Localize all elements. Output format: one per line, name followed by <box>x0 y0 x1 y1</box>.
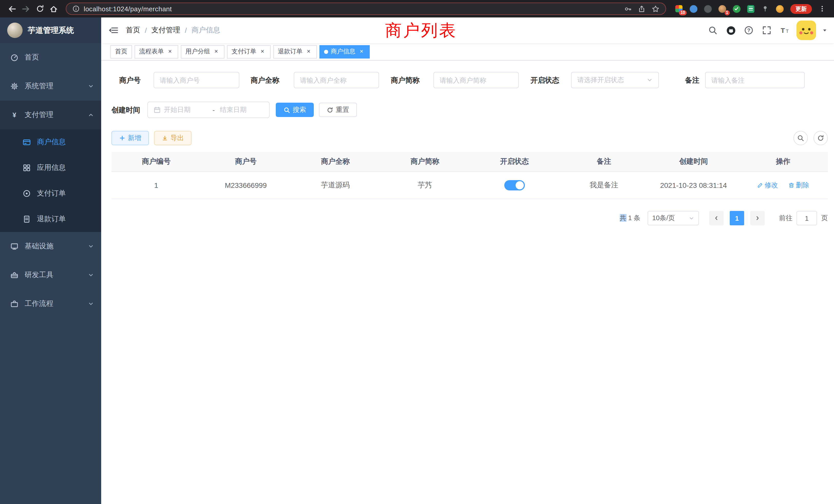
profile-avatar-icon[interactable] <box>775 4 784 13</box>
delete-link[interactable]: 删除 <box>788 181 809 190</box>
tab-close-icon[interactable]: × <box>259 48 266 55</box>
monitor-icon <box>10 242 19 250</box>
tab-process-form[interactable]: 流程表单 × <box>135 45 178 58</box>
chevron-down-icon <box>689 215 694 221</box>
table-header: 商户号 <box>201 157 291 166</box>
cell-create-time: 2021-10-23 08:31:14 <box>649 181 739 189</box>
refresh-table-button[interactable] <box>813 131 828 145</box>
short-name-input[interactable] <box>434 72 519 88</box>
tab-user-group[interactable]: 用户分组 × <box>181 45 224 58</box>
tab-label: 首页 <box>115 47 127 56</box>
sidebar-item-dev-tools[interactable]: 研发工具 <box>0 261 101 290</box>
password-key-icon[interactable] <box>624 5 632 13</box>
export-button[interactable]: 导出 <box>154 131 192 145</box>
table-header-row: 商户编号 商户号 商户全称 商户简称 开启状态 备注 创建时间 操作 <box>111 152 828 172</box>
extension-pin-icon[interactable] <box>761 4 770 13</box>
tab-home[interactable]: 首页 <box>110 45 132 58</box>
help-icon[interactable]: ? <box>743 24 755 37</box>
extension-notes-icon[interactable] <box>746 4 755 13</box>
browser-reload-icon[interactable] <box>33 2 47 16</box>
remark-input[interactable] <box>705 72 805 88</box>
extension-drop-icon[interactable] <box>689 4 698 13</box>
tab-close-icon[interactable]: × <box>167 48 174 55</box>
current-page-button[interactable]: 1 <box>730 211 744 225</box>
add-button[interactable]: 新增 <box>111 131 149 145</box>
extension-dark-icon[interactable] <box>703 4 712 13</box>
search-icon[interactable] <box>707 24 719 37</box>
avatar-caret-down-icon[interactable] <box>822 27 828 33</box>
prev-page-button[interactable] <box>709 211 724 225</box>
sidebar-item-label: 系统管理 <box>25 82 53 91</box>
table-header: 商户全称 <box>291 157 380 166</box>
short-name-input-field[interactable] <box>440 76 512 84</box>
tab-merchant-info[interactable]: 商户信息 × <box>320 45 370 58</box>
sidebar-item-payment-orders[interactable]: 支付订单 <box>0 181 101 206</box>
sidebar-item-app-info[interactable]: 应用信息 <box>0 155 101 181</box>
date-end-placeholder: 结束日期 <box>220 105 263 114</box>
goto-page-input[interactable] <box>796 211 817 225</box>
sidebar-item-system[interactable]: 系统管理 <box>0 72 101 100</box>
hamburger-icon[interactable] <box>101 18 126 43</box>
edit-link-label: 修改 <box>765 181 778 190</box>
extension-colorful-icon[interactable]: 10 <box>674 4 683 13</box>
sidebar-item-merchant-info[interactable]: 商户信息 <box>0 129 101 155</box>
merchant-no-input[interactable] <box>154 72 239 88</box>
address-bar[interactable]: localhost:1024/pay/merchant <box>66 3 666 15</box>
sidebar-item-infrastructure[interactable]: 基础设施 <box>0 232 101 261</box>
payment-submenu: 商户信息 应用信息 支付订单 退款订单 <box>0 129 101 232</box>
breadcrumb-home[interactable]: 首页 <box>126 26 140 35</box>
search-button[interactable]: 搜索 <box>276 102 314 117</box>
github-icon[interactable] <box>725 24 737 37</box>
site-info-icon[interactable] <box>72 5 80 12</box>
tab-close-icon[interactable]: × <box>305 48 312 55</box>
browser-home-icon[interactable] <box>47 2 61 16</box>
browser-menu-kebab-icon[interactable] <box>815 2 829 16</box>
app-logo[interactable]: 芋道管理系统 <box>0 18 101 43</box>
next-page-button[interactable] <box>750 211 765 225</box>
full-name-input[interactable] <box>294 72 379 88</box>
breadcrumb-current: 商户信息 <box>192 26 220 35</box>
svg-text:¥: ¥ <box>13 111 17 119</box>
browser-back-icon[interactable] <box>5 2 19 16</box>
status-select-placeholder: 请选择开启状态 <box>577 75 624 85</box>
chevron-down-icon <box>88 243 94 249</box>
browser-update-button[interactable]: 更新 <box>790 4 812 14</box>
status-select[interactable]: 请选择开启状态 <box>571 72 659 88</box>
share-icon[interactable] <box>638 5 645 13</box>
card-icon <box>23 138 31 146</box>
app-title: 芋道管理系统 <box>28 25 74 35</box>
extension-avatar-icon[interactable]: 1 <box>718 4 727 13</box>
short-name-label: 商户简称 <box>391 72 420 88</box>
cell-merchant-no: M233666999 <box>201 181 291 189</box>
status-toggle[interactable] <box>504 180 525 190</box>
sidebar-item-home[interactable]: 首页 <box>0 43 101 72</box>
browser-forward-icon[interactable] <box>19 2 33 16</box>
breadcrumb-payment[interactable]: 支付管理 <box>152 26 180 35</box>
create-time-label: 创建时间 <box>111 101 140 118</box>
bookmark-star-icon[interactable] <box>652 5 659 13</box>
sidebar-item-refund-orders[interactable]: 退款订单 <box>0 206 101 232</box>
toggle-search-button[interactable] <box>793 131 808 145</box>
cell-merchant-id: 1 <box>111 181 201 189</box>
tab-refund-orders[interactable]: 退款订单 × <box>273 45 317 58</box>
merchant-no-input-field[interactable] <box>160 76 233 84</box>
edit-link[interactable]: 修改 <box>757 181 778 190</box>
svg-text:?: ? <box>747 27 750 33</box>
goto-suffix: 页 <box>821 213 828 223</box>
remark-input-field[interactable] <box>711 76 798 84</box>
sidebar-item-workflow[interactable]: 工作流程 <box>0 290 101 318</box>
page-size-select[interactable]: 10条/页 <box>648 211 699 225</box>
reset-button[interactable]: 重置 <box>319 102 357 117</box>
create-time-range-picker[interactable]: 开始日期 - 结束日期 <box>147 101 270 118</box>
merchant-no-label: 商户号 <box>119 72 141 88</box>
breadcrumb-separator: / <box>145 26 147 35</box>
user-avatar[interactable] <box>796 21 816 40</box>
full-name-input-field[interactable] <box>300 76 373 84</box>
fullscreen-icon[interactable] <box>761 24 773 37</box>
tab-close-icon[interactable]: × <box>213 48 220 55</box>
font-size-icon[interactable]: TT <box>778 24 791 37</box>
sidebar-item-payment[interactable]: ¥ 支付管理 <box>0 100 101 129</box>
extension-check-icon[interactable] <box>732 4 741 13</box>
tab-payment-orders[interactable]: 支付订单 × <box>227 45 271 58</box>
tab-close-icon[interactable]: × <box>358 48 365 55</box>
